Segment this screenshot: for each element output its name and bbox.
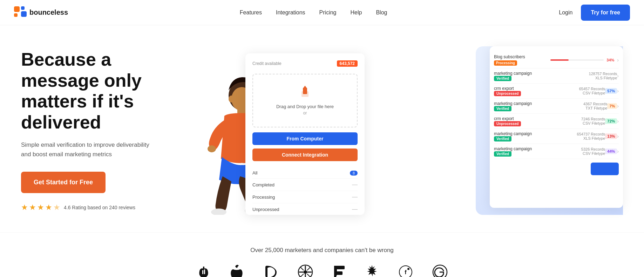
- filter-completed-dash: —: [352, 182, 358, 188]
- logo[interactable]: bounceless: [14, 6, 68, 19]
- list-row-4-num: 7246 Records: [581, 117, 605, 121]
- list-row-2[interactable]: crm export Unprocessed 65457 Records CSV…: [494, 84, 619, 99]
- svg-point-18: [304, 270, 307, 274]
- chevron-icon: ›: [617, 57, 619, 63]
- list-row-5-pct: 13%: [605, 133, 617, 139]
- brand-logos: f: [7, 264, 637, 277]
- list-row-3[interactable]: marketing campaign Verified 4367 Records…: [494, 99, 619, 114]
- upload-area[interactable]: Drag and Drop your file here or: [252, 74, 358, 127]
- list-row-5[interactable]: marketing campaign Verified 654737 Recor…: [494, 129, 619, 144]
- nav-features[interactable]: Features: [240, 9, 262, 16]
- list-row-4-pct: 72%: [605, 118, 617, 124]
- list-row-3-name: marketing campaign: [494, 101, 583, 106]
- list-row-5-meta: 654737 Records XLS Filetype: [577, 132, 605, 140]
- nav-right: Login Try for free: [559, 5, 630, 21]
- nav-links: Features Integrations Pricing Help Blog: [240, 9, 387, 16]
- filter-all-label: All: [252, 170, 257, 176]
- list-row-4-name: crm export: [494, 116, 581, 121]
- blog-progress-pct: 34%: [606, 58, 614, 62]
- list-row-6-badge: Verified: [494, 151, 511, 157]
- blog-subscribers-info: Blog subscribers Processing: [494, 54, 548, 66]
- filter-all-count: 8: [350, 171, 358, 176]
- credit-value: 643,572: [337, 60, 358, 67]
- list-row-2-meta: 65457 Records CSV Filetype: [579, 87, 605, 95]
- filter-all[interactable]: All 8: [252, 167, 358, 179]
- upload-or: or: [260, 111, 350, 116]
- svg-line-25: [307, 268, 310, 271]
- list-row-1-meta: 128757 Records XLS Filetype: [589, 72, 617, 80]
- svg-rect-15: [202, 270, 203, 274]
- login-link[interactable]: Login: [559, 9, 572, 16]
- upload-panel: Credit available 643,572 Drag and Drop y…: [245, 53, 365, 215]
- try-button[interactable]: Try for free: [581, 5, 630, 21]
- list-row-4[interactable]: crm export Unprocessed 7246 Records CSV …: [494, 114, 619, 129]
- svg-rect-2: [21, 6, 25, 10]
- nav-help[interactable]: Help: [351, 9, 362, 16]
- svg-text:f: f: [405, 269, 407, 275]
- disney-icon: [263, 264, 278, 277]
- grammarly-icon: [432, 264, 448, 277]
- navbar: bounceless Features Integrations Pricing…: [0, 0, 644, 25]
- list-row-6-pct: 44%: [605, 149, 617, 154]
- star-rating: ★ ★ ★ ★ ★: [21, 203, 60, 212]
- filter-unprocessed-dash: —: [352, 206, 358, 212]
- list-row-6-meta: 5326 Records CSV Filetype: [581, 147, 605, 156]
- chevron-icon-3: ›: [617, 103, 619, 109]
- svg-point-29: [407, 268, 409, 270]
- star-1: ★: [21, 203, 28, 212]
- blog-subscribers-badge: Processing: [494, 60, 517, 66]
- list-row-6-num: 5326 Records: [581, 147, 605, 151]
- blog-subscribers-label: Blog subscribers: [494, 54, 548, 59]
- filter-completed[interactable]: Completed —: [252, 179, 358, 191]
- svg-line-26: [300, 274, 304, 277]
- apple-icon: [230, 264, 243, 277]
- svg-point-8: [208, 145, 216, 152]
- blog-subscribers-row[interactable]: Blog subscribers Processing 34% ›: [494, 52, 619, 68]
- blog-progress-bar-bg: [550, 59, 604, 61]
- svg-rect-1: [14, 13, 18, 17]
- filter-processing-label: Processing: [252, 194, 275, 200]
- chevron-icon-5: ›: [617, 133, 619, 139]
- blue-action-btn[interactable]: [591, 163, 619, 175]
- list-row-2-pct: 57%: [605, 88, 617, 94]
- nav-pricing[interactable]: Pricing: [319, 9, 337, 16]
- star-4: ★: [45, 203, 52, 212]
- foursquare-icon: [333, 264, 345, 277]
- svg-rect-3: [21, 11, 27, 17]
- upload-icon: [260, 84, 350, 101]
- list-row-6[interactable]: marketing campaign Verified 5326 Records…: [494, 144, 619, 159]
- credit-row: Credit available 643,572: [252, 60, 358, 67]
- nav-integrations[interactable]: Integrations: [276, 9, 305, 16]
- rating-text: 4.6 Rating based on 240 reviews: [64, 205, 135, 210]
- filter-tabs: All 8 Completed — Processing — Unprocess…: [252, 167, 358, 215]
- list-row-3-pct: 7%: [607, 103, 617, 109]
- credit-label: Credit available: [252, 61, 282, 66]
- logo-icon: [14, 6, 27, 19]
- filter-processing-dash: —: [352, 194, 358, 200]
- chevron-icon-6: ›: [617, 149, 619, 154]
- hero-section: Because a message only matters if it's d…: [0, 25, 644, 229]
- svg-line-24: [307, 274, 310, 277]
- nav-blog[interactable]: Blog: [376, 9, 387, 16]
- list-row-2-type: CSV Filetype: [579, 91, 605, 95]
- filter-processing[interactable]: Processing —: [252, 191, 358, 203]
- social-proof-tagline: Over 25,000 marketers and companies can'…: [7, 247, 637, 254]
- hero-right: Credit available 643,572 Drag and Drop y…: [175, 46, 623, 215]
- connect-integration-button[interactable]: Connect Integration: [252, 149, 358, 161]
- list-row-6-type: CSV Filetype: [581, 151, 605, 156]
- list-row-2-num: 65457 Records: [579, 87, 605, 91]
- filter-completed-label: Completed: [252, 182, 274, 187]
- filter-unprocessed-label: Unprocessed: [252, 207, 279, 212]
- list-row-1[interactable]: marketing campaign Verified 128757 Recor…: [494, 68, 619, 84]
- filter-unprocessed[interactable]: Unprocessed —: [252, 203, 358, 215]
- cta-button[interactable]: Get Started for Free: [21, 172, 106, 193]
- from-computer-button[interactable]: From Computer: [252, 132, 358, 145]
- fiverr-icon: f: [399, 264, 413, 277]
- hero-title: Because a message only matters if it's d…: [21, 49, 175, 133]
- list-row-5-badge: Verified: [494, 136, 511, 141]
- list-row-6-info: marketing campaign Verified: [494, 146, 581, 156]
- list-row-1-num: 128757 Records: [589, 72, 617, 76]
- list-row-2-name: crm export: [494, 86, 579, 91]
- list-row-5-info: marketing campaign Verified: [494, 131, 577, 141]
- list-panel: Blog subscribers Processing 34% › market…: [490, 46, 623, 208]
